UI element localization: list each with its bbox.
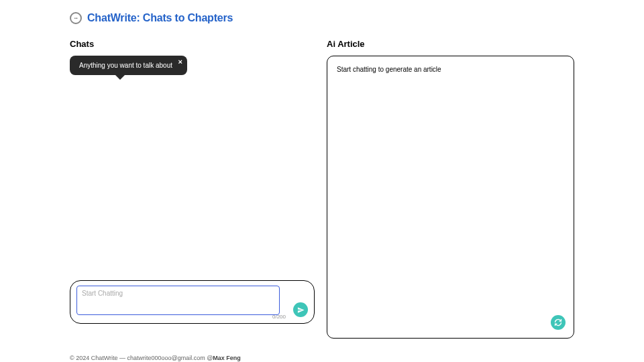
chat-hint-tooltip: Anything you want to talk about × bbox=[70, 56, 187, 75]
app-title: ChatWrite: Chats to Chapters bbox=[87, 12, 233, 24]
chats-section-title: Chats bbox=[70, 39, 315, 49]
footer-author: Max Feng bbox=[213, 355, 241, 361]
footer-author-prefix: @ bbox=[205, 355, 213, 361]
send-icon bbox=[297, 306, 305, 314]
footer: © 2024 ChatWrite — chatwrite000ooo@gmail… bbox=[70, 355, 574, 361]
char-counter: 0/200 bbox=[272, 314, 286, 320]
chat-input-container: 0/200 bbox=[70, 280, 315, 324]
send-button[interactable] bbox=[293, 302, 308, 317]
tooltip-close-button[interactable]: × bbox=[178, 58, 182, 66]
article-placeholder-text: Start chatting to generate an article bbox=[337, 66, 564, 73]
refresh-button[interactable] bbox=[551, 315, 566, 330]
footer-email: chatwrite000ooo@gmail.com bbox=[127, 355, 205, 361]
chats-panel: Chats Anything you want to talk about × … bbox=[70, 39, 315, 339]
refresh-icon bbox=[554, 318, 562, 326]
footer-copyright: © 2024 ChatWrite — bbox=[70, 355, 127, 361]
article-section-title: Ai Article bbox=[327, 39, 574, 49]
chat-bubble-icon bbox=[70, 12, 82, 24]
article-output-box: Start chatting to generate an article bbox=[327, 56, 574, 339]
tooltip-text: Anything you want to talk about bbox=[79, 62, 178, 69]
article-panel: Ai Article Start chatting to generate an… bbox=[327, 39, 574, 339]
app-header: ChatWrite: Chats to Chapters bbox=[70, 12, 574, 24]
chat-history-area: Anything you want to talk about × bbox=[70, 56, 315, 280]
chat-input[interactable] bbox=[76, 286, 280, 315]
